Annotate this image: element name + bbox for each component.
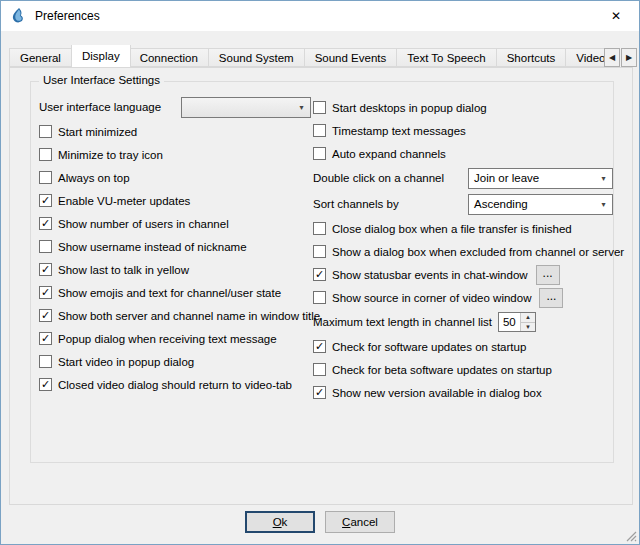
checkbox[interactable]: ✓: [39, 309, 52, 322]
sort-channels-label: Sort channels by: [313, 198, 399, 210]
checkbox[interactable]: [313, 363, 326, 376]
checkbox[interactable]: ✓: [39, 217, 52, 230]
tab-scroll-left-button[interactable]: ◀: [604, 48, 620, 67]
chevron-down-icon: ▾: [595, 200, 612, 209]
checkbox-row-popup-text-message[interactable]: ✓ Popup dialog when receiving text messa…: [39, 327, 311, 350]
video-source-row[interactable]: Show source in corner of video window ..…: [313, 286, 613, 309]
checkbox[interactable]: [39, 171, 52, 184]
checkbox-row-beta-updates[interactable]: Check for beta software updates on start…: [313, 358, 613, 381]
checkbox[interactable]: ✓: [39, 263, 52, 276]
checkbox-row-start-minimized[interactable]: Start minimized: [39, 120, 311, 143]
checkbox-row-new-version-dialog[interactable]: ✓ Show new version available in dialog b…: [313, 381, 613, 404]
checkbox-label: Always on top: [58, 172, 130, 184]
cancel-button[interactable]: Cancel: [325, 511, 395, 533]
checkbox-row-timestamp[interactable]: Timestamp text messages: [313, 119, 613, 142]
checkbox-row-vu-meter[interactable]: ✓ Enable VU-meter updates: [39, 189, 311, 212]
tab-text-to-speech[interactable]: Text To Speech: [397, 48, 496, 67]
double-click-row: Double click on a channel Join or leave …: [313, 165, 613, 191]
checkbox-label: Closed video dialog should return to vid…: [58, 379, 292, 391]
tab-scroll-right-button[interactable]: ▶: [621, 48, 637, 67]
tab-connection[interactable]: Connection: [130, 48, 209, 67]
checkbox-row-minimize-to-tray[interactable]: Minimize to tray icon: [39, 143, 311, 166]
checkbox[interactable]: [39, 125, 52, 138]
max-text-length-row: Maximum text length in channel list 50 ▲…: [313, 309, 613, 335]
checkbox[interactable]: [313, 245, 326, 258]
statusbar-events-browse-button[interactable]: ...: [536, 265, 560, 285]
resize-grip[interactable]: [625, 530, 637, 542]
dialog-button-row: Ok Cancel: [1, 511, 639, 533]
video-source-browse-button[interactable]: ...: [539, 288, 563, 308]
chevron-down-icon: ▾: [293, 103, 310, 112]
checkbox[interactable]: [39, 148, 52, 161]
checkbox[interactable]: [313, 101, 326, 114]
window-title: Preferences: [35, 9, 100, 23]
checkbox-row-video-popup[interactable]: Start video in popup dialog: [39, 350, 311, 373]
ok-button[interactable]: Ok: [245, 511, 315, 533]
sort-channels-combobox[interactable]: Ascending ▾: [468, 194, 613, 215]
checkbox-label: Popup dialog when receiving text message: [58, 333, 277, 345]
checkbox-label: Minimize to tray icon: [58, 149, 163, 161]
checkbox[interactable]: [313, 147, 326, 160]
checkbox-label: Show username instead of nickname: [58, 241, 247, 253]
checkbox-row-video-return-tab[interactable]: ✓ Closed video dialog should return to v…: [39, 373, 311, 396]
close-icon: ✕: [611, 9, 621, 23]
left-column: User interface language ▾ Start minimize…: [39, 94, 311, 396]
close-button[interactable]: ✕: [593, 1, 639, 31]
spinner-arrows: ▲ ▼: [520, 313, 535, 331]
checkbox-row-auto-expand[interactable]: Auto expand channels: [313, 142, 613, 165]
max-text-length-spinner[interactable]: 50 ▲ ▼: [498, 312, 536, 332]
tab-general[interactable]: General: [9, 48, 72, 67]
checkbox-label: Show source in corner of video window: [332, 292, 531, 304]
tab-sound-system[interactable]: Sound System: [209, 48, 305, 67]
checkbox[interactable]: [39, 355, 52, 368]
checkbox-row-emojis[interactable]: ✓ Show emojis and text for channel/user …: [39, 281, 311, 304]
checkbox[interactable]: ✓: [39, 194, 52, 207]
scroll-left-icon: ◀: [609, 53, 615, 62]
tab-sound-events[interactable]: Sound Events: [305, 48, 398, 67]
checkbox-label: Auto expand channels: [332, 148, 446, 160]
spinner-value: 50: [499, 313, 520, 331]
double-click-combobox[interactable]: Join or leave ▾: [468, 168, 613, 189]
checkbox[interactable]: [39, 240, 52, 253]
checkbox-row-check-updates[interactable]: ✓ Check for software updates on startup: [313, 335, 613, 358]
checkbox[interactable]: ✓: [313, 386, 326, 399]
tab-shortcuts[interactable]: Shortcuts: [497, 48, 567, 67]
tab-display[interactable]: Display: [71, 45, 131, 67]
flame-logo: [10, 8, 26, 24]
checkbox[interactable]: ✓: [313, 340, 326, 353]
checkbox-label: Check for software updates on startup: [332, 341, 526, 353]
cancel-button-label: Cancel: [342, 512, 378, 532]
checkbox-label: Start video in popup dialog: [58, 356, 194, 368]
max-text-length-label: Maximum text length in channel list: [313, 316, 492, 328]
checkbox-row-window-title[interactable]: ✓ Show both server and channel name in w…: [39, 304, 311, 327]
checkbox-row-last-to-talk[interactable]: ✓ Show last to talk in yellow: [39, 258, 311, 281]
spin-down-icon[interactable]: ▼: [521, 323, 535, 332]
tab-bar: General Display Connection Sound System …: [9, 45, 613, 67]
checkbox[interactable]: ✓: [39, 378, 52, 391]
checkbox[interactable]: ✓: [39, 332, 52, 345]
app-icon: [9, 7, 27, 25]
checkbox-row-show-user-count[interactable]: ✓ Show number of users in channel: [39, 212, 311, 235]
checkbox-label: Start minimized: [58, 126, 137, 138]
preferences-window: Preferences ✕ General Display Connection…: [0, 0, 640, 545]
checkbox-row-excluded-dialog[interactable]: Show a dialog box when excluded from cha…: [313, 240, 613, 263]
right-column: Start desktops in popup dialog Timestamp…: [313, 96, 613, 404]
checkbox[interactable]: [313, 222, 326, 235]
language-combobox[interactable]: ▾: [181, 97, 311, 118]
checkbox-row-always-on-top[interactable]: Always on top: [39, 166, 311, 189]
checkbox-label: Check for beta software updates on start…: [332, 364, 552, 376]
ok-button-label: Ok: [273, 513, 288, 531]
resize-grip-icon: [625, 530, 637, 542]
checkbox-row-show-username[interactable]: Show username instead of nickname: [39, 235, 311, 258]
tab-scroll-buttons: ◀ ▶: [603, 48, 637, 67]
titlebar[interactable]: Preferences ✕: [1, 1, 639, 31]
statusbar-events-row[interactable]: ✓ Show statusbar events in chat-window .…: [313, 263, 613, 286]
checkbox[interactable]: ✓: [39, 286, 52, 299]
checkbox-row-file-transfer[interactable]: Close dialog box when a file transfer is…: [313, 217, 613, 240]
checkbox[interactable]: ✓: [313, 268, 326, 281]
sort-channels-combobox-value: Ascending: [469, 198, 595, 210]
checkbox-row-desktops-popup[interactable]: Start desktops in popup dialog: [313, 96, 613, 119]
checkbox[interactable]: [313, 291, 326, 304]
spin-up-icon[interactable]: ▲: [521, 313, 535, 323]
checkbox[interactable]: [313, 124, 326, 137]
